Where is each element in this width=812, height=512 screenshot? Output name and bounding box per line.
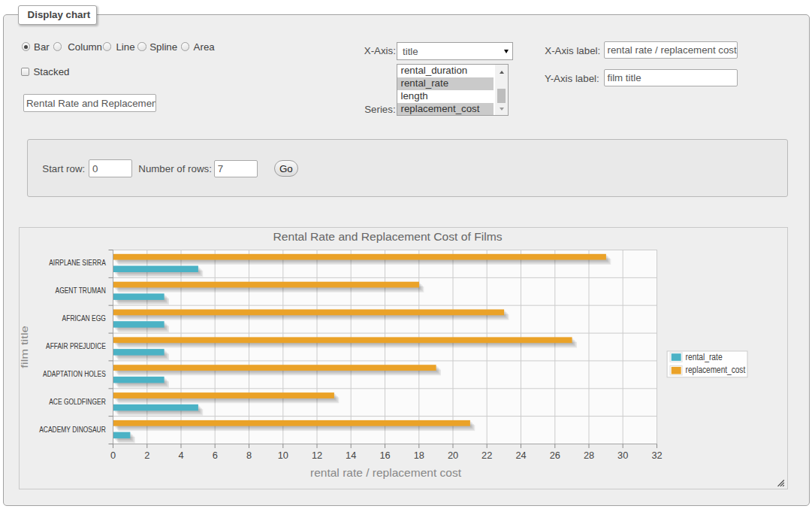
svg-text:26: 26: [550, 450, 560, 461]
svg-text:rental rate / replacement cost: rental rate / replacement cost: [310, 466, 462, 479]
svg-text:20: 20: [448, 450, 458, 461]
svg-text:8: 8: [246, 450, 252, 461]
svg-text:replacement_cost: replacement_cost: [686, 365, 746, 375]
svg-text:AIRPLANE SIERRA: AIRPLANE SIERRA: [49, 259, 106, 267]
svg-text:2: 2: [144, 450, 149, 461]
svg-text:ACADEMY DINOSAUR: ACADEMY DINOSAUR: [39, 426, 106, 434]
svg-text:0: 0: [110, 450, 116, 461]
svg-text:12: 12: [312, 450, 322, 461]
svg-text:Rental Rate and Replacement Co: Rental Rate and Replacement Cost of Film…: [273, 230, 503, 243]
svg-text:14: 14: [346, 450, 356, 461]
svg-text:16: 16: [379, 450, 390, 461]
svg-text:AFFAIR PREJUDICE: AFFAIR PREJUDICE: [46, 342, 106, 350]
svg-text:film title: film title: [19, 326, 30, 368]
svg-text:28: 28: [584, 450, 594, 461]
svg-text:AFRICAN EGG: AFRICAN EGG: [62, 314, 106, 323]
svg-text:6: 6: [213, 450, 218, 461]
svg-text:18: 18: [414, 450, 424, 461]
svg-text:24: 24: [515, 450, 526, 461]
svg-text:32: 32: [651, 450, 662, 461]
svg-text:10: 10: [278, 450, 288, 461]
svg-text:22: 22: [481, 450, 492, 461]
svg-text:ACE GOLDFINGER: ACE GOLDFINGER: [49, 398, 106, 406]
svg-text:rental_rate: rental_rate: [686, 352, 723, 362]
svg-text:AGENT TRUMAN: AGENT TRUMAN: [56, 286, 106, 295]
svg-text:30: 30: [617, 450, 628, 461]
svg-text:ADAPTATION HOLES: ADAPTATION HOLES: [43, 370, 106, 378]
svg-text:4: 4: [178, 450, 183, 461]
